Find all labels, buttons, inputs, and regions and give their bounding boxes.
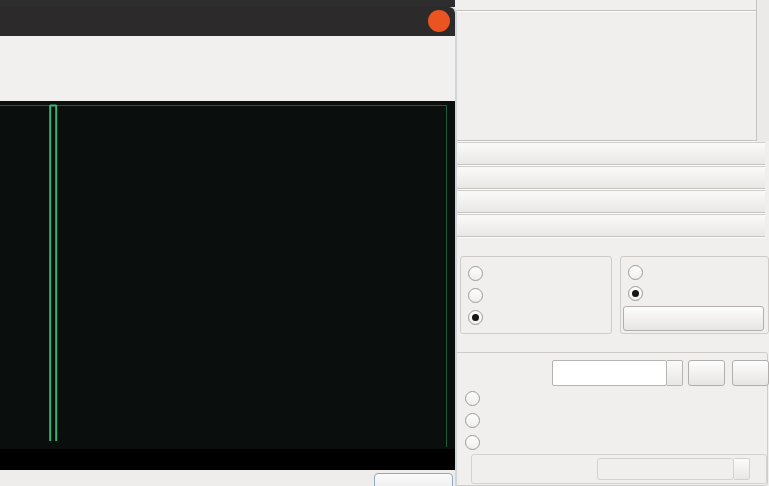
close-button[interactable] [374, 473, 453, 486]
number-of-symbols-input [597, 458, 734, 480]
application-root [0, 0, 769, 486]
section-carrier-recovery[interactable] [450, 166, 765, 189]
radio-icon[interactable] [468, 288, 483, 303]
symbol-rate-decrement-button[interactable] [688, 360, 725, 386]
stat-row [450, 71, 756, 87]
clock-source-group [452, 352, 768, 486]
number-of-symbols-group [471, 454, 767, 484]
radio-icon[interactable] [465, 391, 480, 406]
stat-row [450, 18, 756, 34]
radio-selection[interactable] [628, 285, 652, 301]
window-close-button[interactable] [428, 10, 450, 32]
radio-icon[interactable] [468, 310, 483, 325]
radio-frequency[interactable] [468, 309, 492, 325]
section-sampling-and-decision[interactable] [450, 214, 765, 237]
radio-fixed-interval-partition[interactable] [465, 434, 489, 450]
stat-row [450, 36, 756, 52]
stat-row [450, 0, 756, 8]
divider [450, 10, 756, 12]
radio-amplitude[interactable] [468, 265, 492, 281]
sampling-interval-group [620, 256, 769, 334]
radio-icon[interactable] [465, 435, 480, 450]
stat-row [450, 54, 756, 70]
stat-row [450, 89, 756, 105]
histogram-dialog [0, 7, 457, 486]
scrollbar[interactable] [756, 0, 769, 141]
symbol-rate-input[interactable] [552, 360, 667, 386]
histogram-plot [0, 101, 455, 470]
radio-icon[interactable] [628, 286, 643, 301]
number-of-symbols-spinner [734, 458, 750, 480]
stat-row [450, 107, 756, 123]
stat-row [450, 125, 756, 141]
radio-manual[interactable] [465, 412, 489, 428]
radio-icon[interactable] [468, 266, 483, 281]
axis-strip [0, 449, 455, 470]
symbol-rate-increment-button[interactable] [732, 360, 769, 386]
histogram-button[interactable] [623, 306, 764, 331]
section-transforms[interactable] [450, 190, 765, 213]
dialog-titlebar[interactable] [0, 7, 455, 36]
symbol-rate-spinner[interactable] [667, 360, 683, 386]
radio-full-capture[interactable] [628, 264, 652, 280]
radio-sync-to-selection-intervals[interactable] [465, 390, 489, 406]
radio-icon[interactable] [628, 265, 643, 280]
plot-background [0, 101, 455, 470]
settings-panel [450, 0, 769, 486]
decision-space-group [460, 256, 612, 334]
radio-phase[interactable] [468, 287, 492, 303]
radio-icon[interactable] [465, 413, 480, 428]
section-palette-and-contrast[interactable] [450, 142, 765, 165]
signal-pattern-strip [0, 0, 455, 7]
